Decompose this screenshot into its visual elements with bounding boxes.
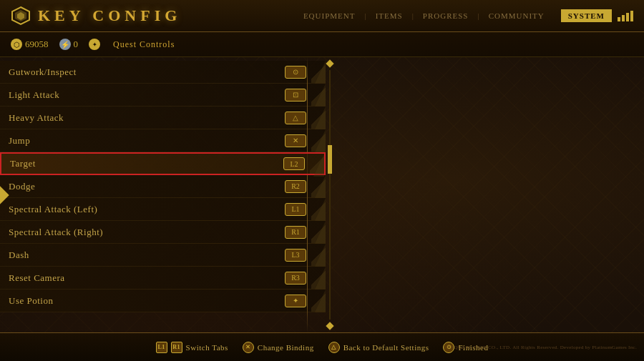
gold-icon: ⬡ <box>11 39 22 50</box>
panel-divider <box>307 57 308 332</box>
key-badge: ✦ <box>285 295 306 307</box>
scroll-thumb[interactable] <box>328 145 332 174</box>
key-badge: L1 <box>285 203 306 216</box>
config-row-dash[interactable]: DashL3 <box>0 244 326 267</box>
change-binding-label: Change Binding <box>258 343 314 352</box>
row-key: ⊙ <box>285 66 306 79</box>
footer-back-default: △ Back to Default Settings <box>328 342 429 353</box>
back-default-label: Back to Default Settings <box>343 343 429 352</box>
row-corner-deco <box>315 267 326 290</box>
row-key: R2 <box>285 180 306 193</box>
row-label: Reset Camera <box>9 272 285 284</box>
key-badge: R1 <box>285 226 306 239</box>
config-row-gutwork-inspect[interactable]: Gutwork/Inspect⊙ <box>0 61 326 84</box>
row-label: Dash <box>9 249 285 261</box>
extra-currency-icon: ✦ <box>89 39 100 50</box>
row-key: ⊡ <box>285 89 306 102</box>
nav-tabs: EQUIPMENT | ITEMS | PROGRESS | COMMUNITY <box>298 11 550 20</box>
row-key: L3 <box>285 249 306 262</box>
config-list: Gutwork/Inspect⊙Light Attack⊡Heavy Attac… <box>0 61 326 312</box>
key-badge: △ <box>285 112 306 124</box>
config-row-heavy-attack[interactable]: Heavy Attack△ <box>0 107 326 129</box>
header-bar: KEY CONFIG EQUIPMENT | ITEMS | PROGRESS … <box>0 0 644 32</box>
left-panel: Gutwork/Inspect⊙Light Attack⊡Heavy Attac… <box>0 57 336 332</box>
main-content: Gutwork/Inspect⊙Light Attack⊡Heavy Attac… <box>0 57 644 332</box>
config-row-spectral-attack--right-[interactable]: Spectral Attack (Right)R1 <box>0 221 326 244</box>
row-corner-deco <box>315 221 326 244</box>
silver-currency: ⚡ 0 <box>59 39 79 50</box>
config-row-reset-camera[interactable]: Reset CameraR3 <box>0 267 326 290</box>
config-row-dodge[interactable]: DodgeR2 <box>0 175 326 198</box>
tab-community[interactable]: COMMUNITY <box>483 11 550 20</box>
copyright-text: © SQUARE ENIX CO., LTD. All Rights Reser… <box>446 345 637 350</box>
gold-amount: 69058 <box>25 39 49 50</box>
row-label: Use Potion <box>9 295 285 307</box>
row-corner-deco <box>315 84 326 107</box>
row-key: △ <box>285 112 306 124</box>
tab-progress[interactable]: PROGRESS <box>417 11 474 20</box>
scroll-down-arrow[interactable] <box>326 322 333 330</box>
row-label: Light Attack <box>9 89 285 101</box>
row-label: Heavy Attack <box>9 112 285 124</box>
row-key: L1 <box>285 203 306 216</box>
row-label: Spectral Attack (Right) <box>9 227 285 238</box>
footer-change-binding: ✕ Change Binding <box>243 342 314 353</box>
row-corner-deco <box>315 198 326 221</box>
cross-button[interactable]: ✕ <box>243 342 254 353</box>
page-title: KEY CONFIG <box>38 6 181 25</box>
row-key: R3 <box>285 272 306 285</box>
sub-header: ⬡ 69058 ⚡ 0 ✦ Quest Controls <box>0 32 644 57</box>
silver-icon: ⚡ <box>59 39 71 50</box>
row-label: Gutwork/Inspect <box>9 66 285 78</box>
r1-button[interactable]: R1 <box>171 342 182 353</box>
row-corner-deco <box>315 107 326 129</box>
right-panel <box>336 57 644 332</box>
config-row-use-potion[interactable]: Use Potion✦ <box>0 290 326 312</box>
key-badge: ⊡ <box>285 89 306 102</box>
footer-switch-tabs: L1 R1 Switch Tabs <box>156 342 228 353</box>
row-label: Jump <box>9 135 285 147</box>
menu-tabs: Quest Controls <box>107 38 180 51</box>
row-label: Spectral Attack (Left) <box>9 204 285 215</box>
row-corner-deco <box>313 154 324 177</box>
row-corner-deco <box>315 290 326 312</box>
row-key: ✕ <box>285 134 306 147</box>
silver-amount: 0 <box>74 39 79 50</box>
scroll-up-arrow[interactable] <box>326 59 333 67</box>
row-label: Dodge <box>9 181 285 192</box>
key-badge: ✕ <box>285 134 306 147</box>
key-badge: ⊙ <box>285 66 306 79</box>
row-corner-deco <box>315 129 326 152</box>
row-corner-deco <box>315 244 326 267</box>
triangle-button[interactable]: △ <box>328 342 340 353</box>
scroll-track <box>329 70 331 320</box>
key-badge: L3 <box>285 249 306 262</box>
game-logo-icon <box>11 6 31 26</box>
gold-currency: ⬡ 69058 <box>11 39 49 50</box>
key-badge: R2 <box>285 180 306 193</box>
row-key: ✦ <box>285 295 306 307</box>
key-badge: R3 <box>285 272 306 285</box>
row-corner-deco <box>315 175 326 198</box>
key-badge: L2 <box>283 157 305 170</box>
tab-quest-controls[interactable]: Quest Controls <box>107 38 180 51</box>
l1-button[interactable]: L1 <box>156 342 167 353</box>
switch-tabs-label: Switch Tabs <box>186 343 228 352</box>
config-row-light-attack[interactable]: Light Attack⊡ <box>0 84 326 107</box>
signal-indicator <box>618 11 633 21</box>
tab-system[interactable]: SYSTEM <box>561 9 612 22</box>
tab-items[interactable]: ITEMS <box>370 11 409 20</box>
footer-bar: L1 R1 Switch Tabs ✕ Change Binding △ Bac… <box>0 332 644 361</box>
row-key: L2 <box>283 157 305 170</box>
config-row-jump[interactable]: Jump✕ <box>0 129 326 152</box>
config-row-target[interactable]: TargetL2 <box>0 152 326 175</box>
row-label: Target <box>10 158 283 169</box>
row-corner-deco <box>315 61 326 84</box>
row-key: R1 <box>285 226 306 239</box>
config-row-spectral-attack--left-[interactable]: Spectral Attack (Left)L1 <box>0 198 326 221</box>
tab-equipment[interactable]: EQUIPMENT <box>298 11 361 20</box>
